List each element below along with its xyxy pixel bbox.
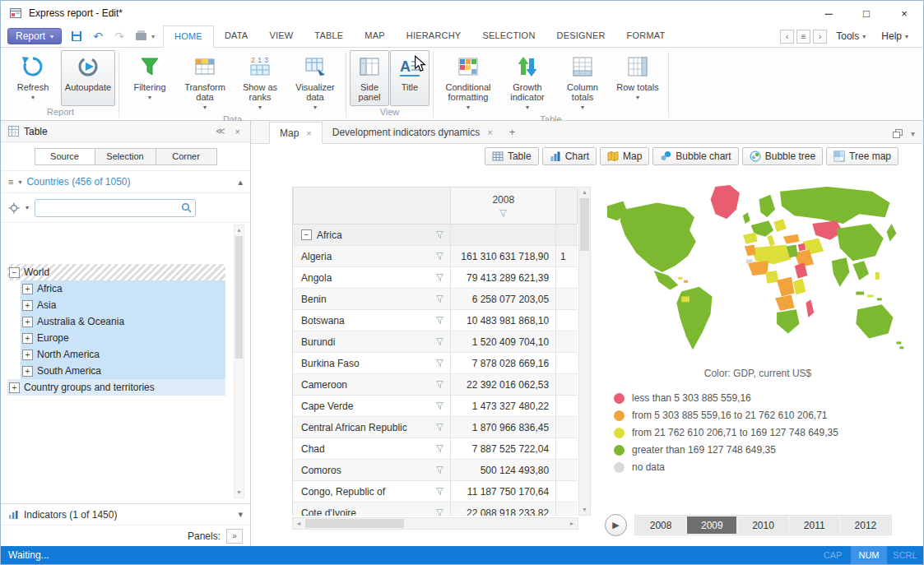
restore-layout-icon[interactable] bbox=[893, 129, 903, 138]
print-button[interactable] bbox=[132, 28, 149, 44]
value-cell[interactable]: 1 473 327 480,22 bbox=[451, 396, 556, 417]
growth-indicator-button[interactable]: Growth indicator ▾ bbox=[500, 50, 555, 113]
scrollbar-thumb[interactable] bbox=[580, 198, 589, 251]
value-cell[interactable]: 6 258 077 203,05 bbox=[451, 289, 556, 310]
table-group-row[interactable]: −Africa bbox=[293, 225, 578, 246]
value-cell[interactable]: 11 187 750 170,64 bbox=[451, 481, 556, 502]
country-cell[interactable]: Cote d'Ivoire bbox=[293, 502, 451, 516]
country-cell[interactable]: Comoros bbox=[293, 460, 451, 481]
collapse-panel-icon[interactable]: ≪ bbox=[213, 126, 228, 137]
save-button[interactable] bbox=[68, 28, 85, 44]
tab-map[interactable]: Map × bbox=[269, 122, 323, 144]
scroll-left-icon[interactable]: ◄ bbox=[293, 519, 304, 529]
country-cell[interactable]: Algeria bbox=[293, 246, 451, 267]
play-button[interactable]: ▶ bbox=[605, 514, 627, 536]
tab-corner[interactable]: Corner bbox=[156, 148, 217, 165]
window-list-button[interactable]: ≡ bbox=[796, 30, 810, 44]
filter-icon[interactable] bbox=[435, 444, 444, 453]
side-panel-button[interactable]: Side panel bbox=[350, 50, 389, 106]
scroll-down-icon[interactable]: ▼ bbox=[236, 488, 242, 498]
visualizer-data-button[interactable]: Visualizer data ▾ bbox=[288, 50, 342, 113]
indicators-section-header[interactable]: Indicators (1 of 1450) ▾ bbox=[1, 503, 250, 525]
collapse-section-icon[interactable]: ▴ bbox=[238, 177, 243, 188]
ribbon-tab-hierarchy[interactable]: HIERARCHY bbox=[396, 25, 472, 47]
transform-data-button[interactable]: Transform data ▾ bbox=[178, 50, 232, 113]
table-row[interactable]: Angola79 413 289 621,39 bbox=[293, 267, 578, 289]
chevron-down-icon[interactable]: ▾ bbox=[151, 33, 155, 40]
close-button[interactable]: × bbox=[885, 1, 923, 25]
filter-icon[interactable] bbox=[435, 230, 444, 239]
value-cell[interactable]: 79 413 289 621,39 bbox=[451, 267, 556, 289]
table-row[interactable]: Chad7 887 525 722,04 bbox=[293, 438, 578, 460]
table-row[interactable]: Cameroon22 392 016 062,53 bbox=[293, 374, 578, 396]
gear-icon[interactable] bbox=[8, 202, 20, 214]
tree-scrollbar[interactable]: ▲ ▼ bbox=[234, 225, 244, 498]
undo-button[interactable]: ↶ bbox=[90, 28, 106, 44]
expand-icon[interactable]: + bbox=[9, 382, 20, 393]
show-as-ranks-button[interactable]: 213 Show as ranks ▾ bbox=[233, 50, 287, 113]
value-cell[interactable]: 7 878 028 669,16 bbox=[451, 353, 556, 374]
country-cell[interactable]: Angola bbox=[293, 267, 451, 289]
view-bubble-chart-button[interactable]: Bubble chart bbox=[652, 147, 738, 165]
expand-icon[interactable]: + bbox=[22, 284, 33, 294]
dimension-header[interactable]: ≡ ▾ Countries (456 of 1050) ▴ bbox=[1, 170, 250, 193]
filter-icon[interactable] bbox=[499, 209, 508, 218]
scrollbar-thumb[interactable] bbox=[235, 236, 243, 359]
tree-item-south-america[interactable]: +South America bbox=[21, 363, 225, 379]
table-vertical-scrollbar[interactable]: ▲ ▼ bbox=[578, 187, 591, 516]
filter-icon[interactable] bbox=[435, 316, 444, 325]
minimize-button[interactable]: ─ bbox=[810, 1, 847, 25]
year-button-2008[interactable]: 2008 bbox=[636, 516, 685, 534]
scroll-down-icon[interactable]: ▼ bbox=[582, 505, 587, 515]
year-button-2010[interactable]: 2010 bbox=[738, 516, 787, 534]
maximize-button[interactable]: □ bbox=[847, 1, 885, 25]
view-map-button[interactable]: Map bbox=[600, 147, 649, 165]
expand-icon[interactable]: + bbox=[22, 366, 33, 377]
ribbon-tab-map[interactable]: MAP bbox=[354, 25, 395, 47]
chevron-down-icon[interactable]: ▾ bbox=[18, 178, 21, 186]
chevron-down-icon[interactable]: ▾ bbox=[26, 204, 29, 211]
tab-source[interactable]: Source bbox=[35, 148, 95, 165]
nav-back-button[interactable]: ‹ bbox=[780, 30, 794, 44]
column-totals-button[interactable]: Column totals ▾ bbox=[555, 50, 610, 113]
new-tab-button[interactable]: + bbox=[503, 121, 522, 143]
autoupdate-button[interactable]: Autoupdate bbox=[61, 50, 115, 106]
view-table-button[interactable]: Table bbox=[485, 147, 539, 165]
search-icon[interactable] bbox=[181, 202, 192, 215]
value-cell[interactable]: 10 483 981 868,10 bbox=[451, 310, 556, 331]
table-row[interactable]: Cape Verde1 473 327 480,22 bbox=[293, 396, 578, 417]
table-horizontal-scrollbar[interactable]: ◄ ► bbox=[292, 517, 578, 530]
view-tree-map-button[interactable]: Tree map bbox=[826, 147, 898, 165]
scroll-up-icon[interactable]: ▲ bbox=[236, 225, 242, 235]
view-chart-button[interactable]: Chart bbox=[542, 147, 597, 165]
panels-expand-button[interactable]: » bbox=[226, 529, 243, 544]
country-cell[interactable]: Central African Republic bbox=[293, 417, 451, 438]
hamburger-icon[interactable]: ≡ bbox=[8, 177, 13, 187]
country-cell[interactable]: Burundi bbox=[293, 331, 451, 353]
scroll-right-icon[interactable]: ► bbox=[566, 519, 578, 529]
value-cell[interactable]: 22 088 918 233,82 bbox=[451, 502, 556, 516]
ribbon-tab-home[interactable]: HOME bbox=[163, 25, 214, 48]
close-icon[interactable]: × bbox=[306, 128, 311, 138]
table-row[interactable]: Cote d'Ivoire22 088 918 233,82 bbox=[293, 502, 578, 516]
ribbon-tab-table[interactable]: TABLE bbox=[304, 25, 354, 47]
table-row[interactable]: Burundi1 520 409 704,10 bbox=[293, 331, 578, 353]
nav-forward-button[interactable]: › bbox=[813, 30, 827, 44]
view-bubble-tree-button[interactable]: Bubble tree bbox=[742, 147, 823, 165]
collapse-icon[interactable]: − bbox=[301, 229, 312, 240]
close-icon[interactable]: × bbox=[487, 127, 492, 137]
redo-button[interactable]: ↷ bbox=[111, 28, 128, 44]
filter-icon[interactable] bbox=[435, 423, 444, 432]
expand-icon[interactable]: + bbox=[22, 350, 33, 360]
tree-item-asia[interactable]: +Asia bbox=[21, 297, 225, 313]
filter-icon[interactable] bbox=[435, 294, 444, 303]
chevron-down-icon[interactable]: ▾ bbox=[238, 509, 243, 520]
chevron-down-icon[interactable]: ▾ bbox=[911, 129, 915, 138]
filter-icon[interactable] bbox=[435, 401, 444, 410]
table-corner-cell[interactable] bbox=[293, 187, 451, 225]
tree-item-world[interactable]: −World bbox=[7, 264, 225, 280]
table-row[interactable]: Botswana10 483 981 868,10 bbox=[293, 310, 578, 331]
collapse-icon[interactable]: − bbox=[9, 267, 20, 278]
filter-icon[interactable] bbox=[435, 252, 444, 261]
table-row[interactable]: Central African Republic1 870 966 836,45 bbox=[293, 417, 578, 438]
